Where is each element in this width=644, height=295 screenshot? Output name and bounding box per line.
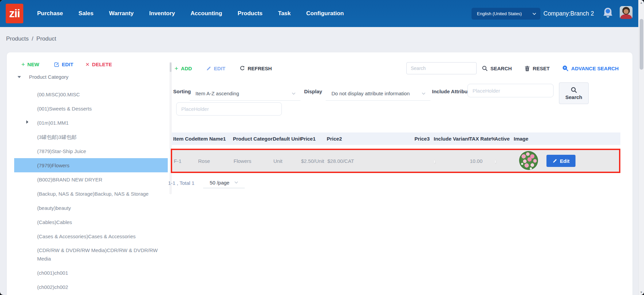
refresh-button[interactable]: REFRESH bbox=[240, 66, 272, 71]
plus-icon: + bbox=[21, 61, 25, 68]
pencil-icon bbox=[553, 158, 557, 163]
tree-item[interactable]: (Cables)Cables bbox=[14, 215, 168, 229]
include-attribute-label: Include Attribute bbox=[432, 89, 472, 94]
attribute-search-label: Search bbox=[565, 94, 582, 100]
attribute-search-button[interactable]: Search bbox=[559, 82, 589, 104]
tree-item-label: (CDR/RW & DVDR/RW Media)CDR/RW & DVDR/RW… bbox=[37, 246, 166, 263]
page-scrollbar-thumb[interactable] bbox=[640, 19, 643, 70]
tree-root-product-category[interactable]: Product Category bbox=[18, 74, 69, 80]
breadcrumb-products[interactable]: Products bbox=[6, 35, 29, 42]
advance-search-button[interactable]: ADVANCE SEARCH bbox=[562, 65, 619, 71]
cell-item-code: F-1 bbox=[174, 158, 198, 164]
app-page: zii Purchase Sales Warranty Inventory Ac… bbox=[0, 0, 644, 295]
column-product-category: Product Category bbox=[233, 136, 273, 142]
column-item-code: Item Code bbox=[173, 136, 197, 142]
nav-item-purchase[interactable]: Purchase bbox=[37, 10, 63, 17]
tree-item[interactable]: (7879)Star-Ship Juice bbox=[14, 144, 168, 158]
search-input[interactable] bbox=[406, 62, 477, 74]
column-price3: Price3 bbox=[414, 136, 434, 142]
scroll-up-arrow[interactable]: ▲ bbox=[639, 1, 644, 4]
tree-item[interactable]: (Cases & Accessories)Cases & Accessories bbox=[14, 229, 168, 243]
sorting-label: Sorting bbox=[173, 89, 191, 94]
category-filter-input[interactable] bbox=[176, 102, 282, 116]
reset-button[interactable]: RESET bbox=[525, 66, 549, 71]
scroll-down-arrow[interactable]: ▼ bbox=[639, 291, 644, 294]
column-price2: Price2 bbox=[327, 136, 414, 142]
tree-item-label: (ch002)ch002 bbox=[37, 283, 68, 291]
cell-default-unit: Unit bbox=[273, 158, 301, 164]
add-button[interactable]: + ADD bbox=[175, 65, 192, 72]
highlighted-row-outline: F-1 Rose Flowers Unit $2.50/Unit $28.00/… bbox=[171, 149, 620, 173]
panel-divider-scrollbar[interactable] bbox=[169, 62, 172, 194]
tree-item[interactable]: (CDR/RW & DVDR/RW Media)CDR/RW & DVDR/RW… bbox=[14, 243, 168, 266]
top-navbar: zii Purchase Sales Warranty Inventory Ac… bbox=[0, 0, 644, 27]
notification-bell-icon[interactable] bbox=[603, 7, 613, 20]
tree-item[interactable]: (beauty)beauty bbox=[14, 201, 168, 215]
chevron-down-icon bbox=[532, 13, 536, 15]
tree-item-label: (01m)01.MM1 bbox=[37, 119, 69, 127]
add-label: ADD bbox=[181, 66, 192, 71]
tree-item[interactable]: (ch001)ch001 bbox=[14, 266, 168, 280]
tree-item[interactable]: (01m)01.MM1 bbox=[14, 116, 168, 130]
column-tax-rate: TAX Rate% bbox=[469, 136, 494, 142]
pencil-icon bbox=[206, 66, 211, 71]
nav-item-warranty[interactable]: Warranty bbox=[109, 10, 134, 17]
chevron-down-icon bbox=[234, 181, 238, 184]
panel-divider-scrollbar-thumb[interactable] bbox=[170, 63, 171, 72]
table-header: Item Code Item Name1 Product Category De… bbox=[171, 132, 620, 145]
tree-item-label: (00.MISC)00.MISC bbox=[37, 90, 80, 99]
cell-price1: $2.50/Unit bbox=[301, 158, 327, 164]
category-delete-button[interactable]: ✕ DELETE bbox=[85, 62, 112, 68]
category-new-button[interactable]: + NEW bbox=[21, 61, 54, 68]
breadcrumb-separator: / bbox=[32, 35, 33, 42]
sorting-select[interactable]: Item A-Z ascending bbox=[190, 87, 300, 101]
nav-item-inventory[interactable]: Inventory bbox=[149, 10, 175, 17]
toggle-knob bbox=[495, 159, 496, 164]
tree-item[interactable]: (Backup, NAS & Storage)Backup, NAS & Sto… bbox=[14, 187, 168, 201]
tree-item[interactable]: (001)Sweets & Desserts bbox=[14, 101, 168, 116]
tree-item[interactable]: (00.MISC)00.MISC bbox=[14, 87, 168, 101]
tree-item[interactable]: (3罐包邮)3罐包邮 bbox=[14, 130, 168, 144]
table-row[interactable]: F-1 Rose Flowers Unit $2.50/Unit $28.00/… bbox=[172, 150, 619, 172]
advance-search-label: ADVANCE SEARCH bbox=[571, 66, 619, 71]
edit-button-disabled[interactable]: EDIT bbox=[206, 66, 225, 71]
include-attribute-input[interactable] bbox=[467, 84, 554, 97]
page-size-select[interactable]: 50 /page bbox=[203, 177, 245, 188]
search-actions: SEARCH RESET ADVANCE SEARCH bbox=[482, 62, 619, 75]
nav-item-products[interactable]: Products bbox=[238, 10, 263, 17]
pagination-summary: 1-1 , Total 1 bbox=[168, 180, 194, 186]
page-size-value: 50 /page bbox=[210, 180, 229, 186]
user-avatar[interactable] bbox=[620, 6, 633, 19]
search-button[interactable]: SEARCH bbox=[482, 66, 512, 71]
caret-right-icon[interactable] bbox=[26, 120, 28, 124]
tree-item[interactable]: (ch002)ch002 bbox=[14, 280, 168, 294]
app-logo[interactable]: zii bbox=[6, 4, 23, 23]
nav-item-sales[interactable]: Sales bbox=[79, 10, 93, 17]
plus-icon: + bbox=[175, 65, 178, 72]
language-selector[interactable]: English (United States) bbox=[472, 8, 540, 20]
trash-icon bbox=[525, 66, 530, 71]
tree-item-label: (Backup, NAS & Storage)Backup, NAS & Sto… bbox=[37, 190, 149, 198]
language-selector-value: English (United States) bbox=[477, 11, 532, 16]
edit-square-icon bbox=[54, 62, 59, 67]
search-label: SEARCH bbox=[490, 66, 512, 71]
refresh-label: REFRESH bbox=[248, 66, 272, 71]
tree-item[interactable]: (B002)BRAND NEW DRYER bbox=[14, 172, 168, 187]
tree-item-label: (7879)Star-Ship Juice bbox=[37, 147, 86, 155]
row-edit-button[interactable]: Edit bbox=[546, 155, 575, 167]
nav-item-accounting[interactable]: Accounting bbox=[191, 10, 222, 17]
product-image-flowers bbox=[519, 151, 538, 170]
caret-down-icon[interactable] bbox=[18, 76, 21, 78]
search-plus-icon bbox=[562, 65, 568, 71]
tree-item-flowers-selected[interactable]: (7979)Flowers bbox=[14, 158, 168, 172]
nav-item-configuration[interactable]: Configuration bbox=[306, 10, 344, 17]
category-edit-button[interactable]: EDIT bbox=[54, 62, 85, 67]
cell-price2: $28.00/CAT bbox=[327, 158, 415, 164]
cell-active bbox=[495, 158, 514, 164]
refresh-icon bbox=[240, 66, 245, 71]
page-scrollbar[interactable]: ▲ ▼ bbox=[638, 0, 644, 295]
display-select[interactable]: Do not display attribute information bbox=[326, 87, 430, 101]
tree-item-label: (3罐包邮)3罐包邮 bbox=[37, 133, 77, 141]
breadcrumb-product: Product bbox=[36, 35, 56, 42]
nav-item-task[interactable]: Task bbox=[278, 10, 291, 17]
